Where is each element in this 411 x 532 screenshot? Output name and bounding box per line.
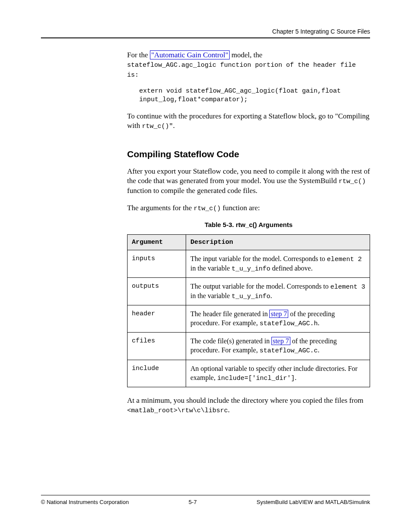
p1-suffix: model, the xyxy=(231,51,262,59)
p3-prefix: To continue with the procedures for expo… xyxy=(127,112,333,120)
arg-name: include xyxy=(128,360,186,387)
paragraph-5: The arguments for the rtw_c() function a… xyxy=(127,203,370,213)
code-line-2: input_log,float*comparator); xyxy=(139,96,248,103)
th-argument: Argument xyxy=(128,234,186,250)
section-heading: Compiling Stateflow Code xyxy=(127,148,370,160)
footer-right: SystemBuild LabVIEW and MATLAB/Simulink xyxy=(257,499,370,505)
p5-code: rtw_c() xyxy=(194,205,221,212)
header-rule xyxy=(41,37,370,38)
paragraph-6: At a minimum, you should include the dir… xyxy=(127,396,370,415)
th-description: Description xyxy=(186,234,370,250)
p6-code: <matlab_root>\rtw\c\libsrc xyxy=(127,407,228,414)
p4-suffix: function to compile the generated code f… xyxy=(127,187,258,195)
table-row: inputs The input variable for the model.… xyxy=(128,250,370,278)
p3-link-code: rtw_c()" xyxy=(142,123,173,130)
p6-suffix: . xyxy=(228,406,230,414)
arg-name: cfiles xyxy=(128,333,186,360)
footer-rule xyxy=(41,495,370,495)
table-header-row: Argument Description xyxy=(128,234,370,250)
table-row: include An optional variable to specify … xyxy=(128,360,370,387)
p4-code: rtw_c() xyxy=(339,178,366,185)
code-line-1: extern void stateflow_AGC_agc_logic(floa… xyxy=(139,87,341,95)
code-block-1: extern void stateflow_AGC_agc_logic(floa… xyxy=(139,87,370,104)
arg-name: inputs xyxy=(128,250,186,278)
args-table: Argument Description inputs The input va… xyxy=(127,234,370,387)
arg-name: header xyxy=(128,305,186,333)
arg-desc: The header file generated in step 7 of t… xyxy=(186,305,370,333)
step7-link[interactable]: step 7 xyxy=(271,337,290,345)
p3-suffix: . xyxy=(173,121,175,130)
table-row: cfiles The code file(s) generated in ste… xyxy=(128,333,370,360)
p2-funcname: stateflow_AGC.agc_logic function portion… xyxy=(127,62,356,79)
arg-desc: The input variable for the model. Corres… xyxy=(186,250,370,278)
agc-link[interactable]: "Automatic Gain Control" xyxy=(150,50,230,59)
paragraph-3: To continue with the procedures for expo… xyxy=(127,112,370,131)
p1-prefix: For the xyxy=(127,51,150,59)
footer-left: © National Instruments Corporation xyxy=(41,499,129,505)
p4-prefix: After you export your Stateflow code, yo… xyxy=(127,167,370,185)
page-header: Chapter 5 Integrating C Source Files xyxy=(41,28,370,35)
p5-prefix: The arguments for the xyxy=(127,204,194,212)
arg-desc: An optional variable to specify other in… xyxy=(186,360,370,387)
page-footer: © National Instruments Corporation 5-7 S… xyxy=(41,492,370,506)
table-row: header The header file generated in step… xyxy=(128,305,370,333)
paragraph-4: After you export your Stateflow code, yo… xyxy=(127,167,370,196)
arg-desc: The code file(s) generated in step 7 of … xyxy=(186,333,370,360)
paragraph-1: For the "Automatic Gain Control" model, … xyxy=(127,50,370,79)
footer-page-number: 5-7 xyxy=(189,499,197,505)
step7-link[interactable]: step 7 xyxy=(269,310,288,318)
table-row: outputs The output variable for the mode… xyxy=(128,278,370,305)
main-content: For the "Automatic Gain Control" model, … xyxy=(127,50,370,415)
table-caption: Table 5-3. rtw_c() Arguments xyxy=(127,221,370,229)
arg-name: outputs xyxy=(128,278,186,305)
p5-suffix: function are: xyxy=(221,204,260,212)
p6-prefix: At a minimum, you should include the dir… xyxy=(127,396,364,404)
arg-desc: The output variable for the model. Corre… xyxy=(186,278,370,305)
